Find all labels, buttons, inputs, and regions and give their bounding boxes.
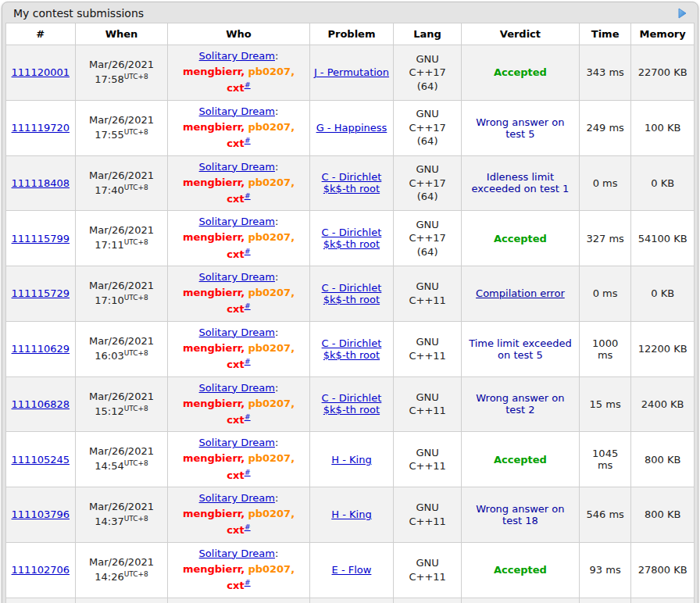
member-name[interactable]: mengbierr, <box>183 121 245 133</box>
memory-value: 800 KB <box>645 508 680 520</box>
member-name[interactable]: pb0207, <box>248 66 295 77</box>
member-hash-link[interactable]: # <box>245 247 251 255</box>
submission-id-link[interactable]: 111115729 <box>12 287 70 299</box>
submission-time: 15:12UTC+8 <box>80 404 164 419</box>
problem-link[interactable]: J - Permutation <box>314 66 389 78</box>
timezone-label: UTC+8 <box>124 184 148 191</box>
member-name[interactable]: mengbierr, <box>183 452 245 464</box>
team-link[interactable]: Solitary Dream <box>199 548 275 559</box>
member-hash-sup: # <box>245 468 251 476</box>
submission-problem-cell: E - Flow <box>309 542 394 598</box>
submission-id-link[interactable]: 111103796 <box>12 508 70 520</box>
member-name[interactable]: pb0207, <box>248 287 295 298</box>
submission-verdict-cell: Time limit exceeded on test 5 <box>461 321 579 376</box>
member-name[interactable]: cxt <box>227 469 244 481</box>
member-name[interactable]: cxt <box>227 304 244 316</box>
member-hash-link[interactable]: # <box>245 357 251 366</box>
submission-lang-cell: GNU C++11 <box>394 487 462 543</box>
exec-time-value: 249 ms <box>586 122 623 134</box>
submission-id-link[interactable]: 111102706 <box>12 564 70 576</box>
problem-link[interactable]: C - Dirichlet $k$-th root <box>322 392 382 416</box>
verdict-label[interactable]: Compilation error <box>476 287 565 299</box>
problem-link[interactable]: C - Dirichlet $k$-th root <box>322 337 382 361</box>
member-name[interactable]: pb0207, <box>248 231 295 243</box>
member-name[interactable]: cxt <box>227 359 244 370</box>
member-name[interactable]: cxt <box>227 248 244 260</box>
member-name[interactable]: mengbierr, <box>183 563 245 575</box>
table-row: 111115799Mar/26/202117:11UTC+8Solitary D… <box>6 211 695 266</box>
team-link[interactable]: Solitary Dream <box>199 216 275 227</box>
submission-id-link[interactable]: 111119720 <box>12 122 70 134</box>
problem-link[interactable]: H - King <box>331 454 371 466</box>
submission-exec-time-cell: 343 ms <box>579 45 630 101</box>
submission-lang-cell: GNU C++17 (64) <box>394 155 462 211</box>
team-link[interactable]: Solitary Dream <box>199 161 275 173</box>
collapse-arrow-icon[interactable] <box>675 8 690 19</box>
problem-link[interactable]: C - Dirichlet $k$-th root <box>322 282 382 305</box>
team-link[interactable]: Solitary Dream <box>199 326 275 338</box>
verdict-label: Idleness limit exceeded on test 1 <box>472 171 570 194</box>
timezone-label: UTC+8 <box>124 294 148 302</box>
member-name[interactable]: pb0207, <box>248 398 295 409</box>
submission-id-link[interactable]: 111120001 <box>12 66 70 78</box>
submission-id-link[interactable]: 111118408 <box>12 177 70 189</box>
submission-id-cell: 111119720 <box>6 100 76 155</box>
member-name[interactable]: mengbierr, <box>183 342 245 354</box>
member-hash-link[interactable]: # <box>245 412 251 421</box>
problem-link[interactable]: H - King <box>331 508 371 520</box>
submission-exec-time-cell: 15 ms <box>579 376 630 432</box>
member-name[interactable]: pb0207, <box>248 508 295 519</box>
member-hash-link[interactable]: # <box>245 578 251 587</box>
problem-link[interactable]: E - Flow <box>332 564 372 576</box>
team-link[interactable]: Solitary Dream <box>199 271 275 283</box>
team-link[interactable]: Solitary Dream <box>199 437 275 448</box>
problem-link[interactable]: G - Happiness <box>316 122 388 134</box>
member-name[interactable]: mengbierr, <box>183 508 245 519</box>
member-hash-link[interactable]: # <box>245 468 251 476</box>
team-link[interactable]: Solitary Dream <box>199 105 275 117</box>
member-hash-sup: # <box>245 578 251 587</box>
submission-id-link[interactable]: 111110629 <box>12 343 70 355</box>
member-name[interactable]: pb0207, <box>248 563 295 575</box>
verdict-label: Accepted <box>494 454 547 466</box>
member-name[interactable]: mengbierr, <box>183 231 245 243</box>
submission-problem-cell: G - Happiness <box>309 100 394 155</box>
member-name[interactable]: mengbierr, <box>183 287 245 298</box>
member-hash-link[interactable]: # <box>245 136 251 145</box>
member-name[interactable]: mengbierr, <box>183 398 245 409</box>
member-name[interactable]: mengbierr, <box>183 66 245 77</box>
table-row: 111105245Mar/26/202114:54UTC+8Solitary D… <box>6 432 695 487</box>
member-name[interactable]: cxt <box>227 580 244 591</box>
member-hash-link[interactable]: # <box>245 523 251 531</box>
member-name[interactable]: mengbierr, <box>183 177 245 188</box>
team-link[interactable]: Solitary Dream <box>199 382 275 394</box>
member-hash-link[interactable]: # <box>245 80 251 89</box>
memory-value: 2400 KB <box>641 398 684 410</box>
problem-link[interactable]: C - Dirichlet $k$-th root <box>322 171 382 194</box>
submission-id-link[interactable]: 111106828 <box>12 398 70 410</box>
team-separator: : <box>275 326 278 338</box>
member-name[interactable]: pb0207, <box>248 452 295 464</box>
member-name[interactable]: pb0207, <box>248 177 295 188</box>
member-name[interactable]: cxt <box>227 83 244 95</box>
submission-date: Mar/26/2021 <box>80 169 164 183</box>
team-link[interactable]: Solitary Dream <box>199 50 275 62</box>
submission-id-link[interactable]: 111115799 <box>12 233 70 244</box>
member-hash-link[interactable]: # <box>245 191 251 200</box>
table-row: 111103796Mar/26/202114:37UTC+8Solitary D… <box>6 487 695 543</box>
member-name[interactable]: cxt <box>227 137 244 149</box>
submission-id-link[interactable]: 111105245 <box>12 454 70 466</box>
exec-time-value: 546 ms <box>586 508 623 520</box>
member-name[interactable]: pb0207, <box>248 342 295 354</box>
member-name[interactable]: pb0207, <box>248 121 295 133</box>
submission-problem-cell: C - Dirichlet $k$-th root <box>309 376 394 432</box>
team-separator: : <box>275 382 278 394</box>
member-name[interactable]: cxt <box>227 525 244 537</box>
submission-memory-cell: 0 KB <box>631 155 695 211</box>
member-name[interactable]: cxt <box>227 414 244 426</box>
problem-link[interactable]: C - Dirichlet $k$-th root <box>322 227 382 250</box>
team-link[interactable]: Solitary Dream <box>199 492 275 504</box>
member-name[interactable]: cxt <box>227 193 244 205</box>
member-hash-link[interactable]: # <box>245 302 251 310</box>
submission-exec-time-cell: 249 ms <box>579 100 630 155</box>
